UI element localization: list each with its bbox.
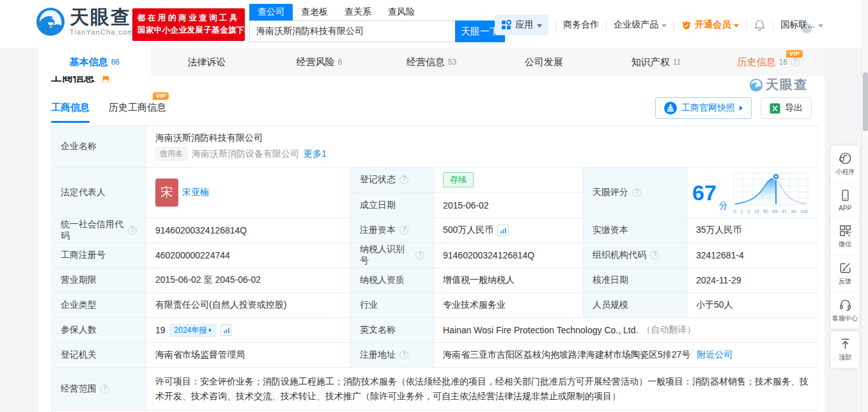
search-tab-risk[interactable]: 查风险 bbox=[380, 4, 423, 20]
registered-capital-cell: 500万人民币 bbox=[434, 218, 584, 242]
staff-size-value: 小于50人 bbox=[687, 293, 818, 317]
subtab-business-registration[interactable]: 工商信息 bbox=[51, 102, 89, 123]
tab-legal-litigation[interactable]: 法律诉讼 bbox=[151, 48, 263, 76]
registered-address-cell: 海南省三亚市吉阳区荔枝沟抱坡路津海建材市场陶瓷区5排27号 附近公司 bbox=[434, 343, 818, 367]
more-menu[interactable]: 国标联... bbox=[780, 19, 823, 31]
registration-number-label: 工商注册号 bbox=[52, 243, 146, 267]
insured-trend-icon[interactable] bbox=[221, 324, 232, 336]
more-former-names-link[interactable]: 更多1 bbox=[304, 148, 327, 160]
enterprise-products-label: 企业级产品 bbox=[614, 19, 658, 31]
search-input[interactable] bbox=[249, 20, 455, 42]
taxpayer-quality-value: 增值税一般纳税人 bbox=[434, 268, 584, 292]
float-toolbar: 小程序 APP 微信 反馈 客服中心 bbox=[831, 146, 859, 329]
tab-intellectual-property[interactable]: 知识产权 11 bbox=[600, 48, 713, 76]
reg-status-cell: 存续 bbox=[434, 168, 583, 193]
enterprise-products-menu[interactable]: 企业级产品 bbox=[614, 19, 667, 31]
approval-date-value: 2024-11-29 bbox=[687, 268, 818, 292]
apps-menu[interactable]: 应用 bbox=[495, 15, 548, 35]
tab-count: 53 bbox=[448, 58, 456, 67]
reg-status-label-cell: 登记状态 bbox=[351, 168, 434, 193]
search-tab-boss[interactable]: 查老板 bbox=[293, 4, 336, 20]
tianyancha-watermark-icon bbox=[749, 78, 763, 92]
headset-icon bbox=[839, 298, 852, 312]
slogan-line1: 都在用的商业查询工具 bbox=[137, 12, 240, 24]
customer-service-button[interactable]: 客服中心 bbox=[831, 292, 859, 329]
credit-code-label-cell: 统一社会信用代码 bbox=[52, 218, 146, 242]
vip-badge: VIP bbox=[153, 92, 169, 100]
question-icon[interactable] bbox=[100, 384, 109, 393]
arrow-right-icon bbox=[740, 106, 743, 111]
approval-date-label: 核准日期 bbox=[584, 268, 687, 292]
action-buttons: 工商官网快照 导出 bbox=[655, 97, 812, 119]
registered-address-label-cell: 注册地址 bbox=[351, 343, 434, 367]
scrollbar-track[interactable] bbox=[862, 0, 868, 412]
slogan-line2: 国家中小企业发展子基金旗下机构 bbox=[137, 24, 240, 36]
export-label: 导出 bbox=[785, 102, 803, 114]
scrollbar-thumb[interactable] bbox=[863, 72, 868, 131]
question-icon[interactable] bbox=[399, 175, 408, 184]
reg-status-label: 登记状态 bbox=[360, 174, 396, 186]
score-value: 67 bbox=[692, 182, 717, 203]
registration-number-value: 460200000224744 bbox=[146, 243, 351, 267]
tab-count: 6 bbox=[337, 58, 342, 67]
annual-report-badge[interactable]: 2024年报 bbox=[169, 324, 217, 337]
registry-authority-label: 登记机关 bbox=[52, 343, 146, 367]
score-chart: 0131550859799100 bbox=[733, 172, 809, 214]
question-icon[interactable] bbox=[399, 351, 408, 360]
float-item-label: 客服中心 bbox=[832, 314, 858, 323]
divider bbox=[746, 20, 747, 30]
tab-company-development[interactable]: 公司发展 bbox=[488, 48, 600, 76]
taxpayer-id-value: 91460200324126814Q bbox=[434, 243, 584, 267]
tab-basic-info[interactable]: 基本信息 66 bbox=[38, 48, 151, 76]
tab-business-info[interactable]: 经营信息 53 bbox=[375, 48, 488, 76]
float-item-label: 微信 bbox=[839, 240, 851, 249]
app-download-button[interactable]: APP bbox=[831, 183, 859, 218]
search-tab-relation[interactable]: 查关系 bbox=[336, 4, 380, 20]
tab-history-info[interactable]: VIP 历史信息 16 bbox=[712, 48, 825, 76]
question-icon[interactable] bbox=[632, 188, 641, 197]
business-coop-link[interactable]: 商务合作 bbox=[563, 19, 599, 31]
tab-count: 66 bbox=[111, 58, 120, 67]
question-icon[interactable] bbox=[128, 226, 137, 235]
feedback-button[interactable]: 反馈 bbox=[831, 255, 859, 292]
established-date-label: 成立日期 bbox=[351, 193, 434, 218]
question-icon[interactable] bbox=[399, 226, 408, 235]
back-to-top-button[interactable]: 顶部 bbox=[831, 331, 859, 368]
search-tab-company[interactable]: 查公司 bbox=[249, 4, 293, 20]
question-icon[interactable] bbox=[415, 251, 424, 260]
wechat-qrcode-button[interactable]: 微信 bbox=[831, 218, 859, 255]
question-icon[interactable] bbox=[791, 58, 800, 67]
subtab-history-registration[interactable]: VIP 历史工商信息 bbox=[109, 102, 166, 123]
legal-rep-avatar[interactable]: 宋 bbox=[155, 178, 178, 207]
watermark-text: 天眼查 bbox=[766, 76, 808, 93]
mobile-app-icon bbox=[839, 189, 852, 202]
open-vip-menu[interactable]: 开通会员 bbox=[681, 19, 739, 31]
legal-rep-name-link[interactable]: 宋亚楠 bbox=[182, 187, 209, 198]
official-snapshot-button[interactable]: 工商官网快照 bbox=[655, 97, 752, 119]
capital-trend-icon[interactable] bbox=[497, 225, 509, 236]
english-name-cell: Hainan Wosi Fire Protection Technology C… bbox=[434, 318, 818, 342]
score-cell: 67 分 bbox=[687, 168, 818, 218]
insured-count-label: 参保人数 bbox=[52, 318, 146, 342]
notification-bell-icon[interactable] bbox=[754, 19, 766, 31]
chevron-down-icon bbox=[537, 24, 542, 28]
nearby-companies-link[interactable]: 附近公司 bbox=[697, 349, 732, 361]
legal-rep-label: 法定代表人 bbox=[52, 168, 146, 218]
score-chart-axis: 0131550859799100 bbox=[733, 209, 809, 214]
miniprogram-button[interactable]: 小程序 bbox=[831, 146, 859, 183]
back-to-top-label: 顶部 bbox=[839, 353, 851, 362]
bookmark-pin-icon[interactable] bbox=[100, 76, 112, 84]
brand-logo[interactable]: 天眼查 TianYanCha.com bbox=[35, 6, 134, 37]
table-row: 营业期限 2015-06-02 至 2045-06-02 纳税人资质 增值税一般… bbox=[52, 268, 818, 293]
header: 天眼查 TianYanCha.com 都在用的商业查询工具 国家中小企业发展子基… bbox=[0, 0, 868, 48]
registered-address-label: 注册地址 bbox=[360, 349, 396, 361]
question-icon[interactable] bbox=[650, 251, 659, 260]
divider bbox=[674, 20, 674, 30]
tab-label: 经营风险 bbox=[296, 56, 334, 68]
org-code-value: 32412681-4 bbox=[687, 243, 818, 267]
export-button[interactable]: 导出 bbox=[761, 97, 812, 119]
tab-operating-risk[interactable]: 经营风险 6 bbox=[263, 48, 375, 76]
tab-label: 公司发展 bbox=[525, 56, 563, 68]
registration-info-table: 企业名称 海南沃斯消防科技有限公司 曾用名 海南沃斯消防设备有限公司 更多1 法… bbox=[51, 125, 818, 411]
section-title-row: 工商信息 bbox=[51, 76, 112, 85]
